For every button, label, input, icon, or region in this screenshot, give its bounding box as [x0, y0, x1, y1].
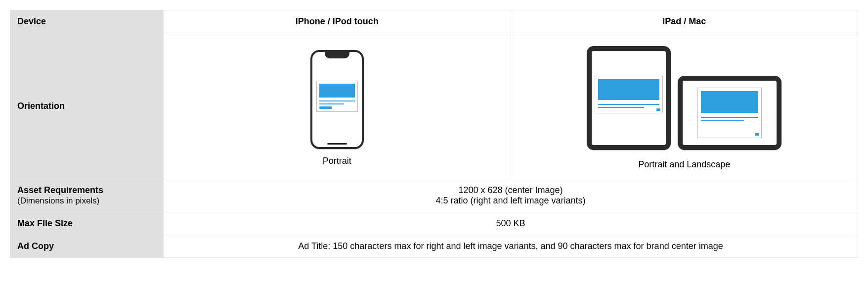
cell-filesize-value: 500 KB [164, 212, 858, 235]
asset-label-main: Asset Requirements [17, 185, 103, 195]
ipad-portrait-mock-icon [587, 46, 671, 150]
asset-line2: 4:5 ratio (right and left image variants… [171, 196, 851, 206]
asset-line1: 1200 x 628 (center Image) [171, 185, 851, 196]
asset-label-sub: (Dimensions in pixels) [17, 196, 99, 205]
row-orientation-label: Orientation [10, 33, 164, 179]
cell-adcopy-value: Ad Title: 150 characters max for right a… [164, 235, 858, 258]
cell-asset-value: 1200 x 628 (center Image) 4:5 ratio (rig… [164, 179, 858, 212]
header-ipad: iPad / Mac [511, 10, 858, 33]
row-asset-label: Asset Requirements (Dimensions in pixels… [10, 179, 164, 212]
iphone-caption: Portrait [171, 156, 504, 166]
ipad-landscape-mock-icon [678, 76, 781, 150]
row-adcopy-label: Ad Copy [10, 235, 164, 258]
ipad-caption: Portrait and Landscape [518, 159, 851, 170]
iphone-mock-icon [310, 50, 364, 149]
row-filesize-label: Max File Size [10, 212, 164, 235]
spec-table: Device iPhone / iPod touch iPad / Mac Or… [10, 10, 858, 258]
header-iphone: iPhone / iPod touch [164, 10, 511, 33]
cell-ipad-orientation: Portrait and Landscape [511, 33, 858, 179]
header-device: Device [10, 10, 164, 33]
cell-iphone-orientation: Portrait [164, 33, 511, 179]
